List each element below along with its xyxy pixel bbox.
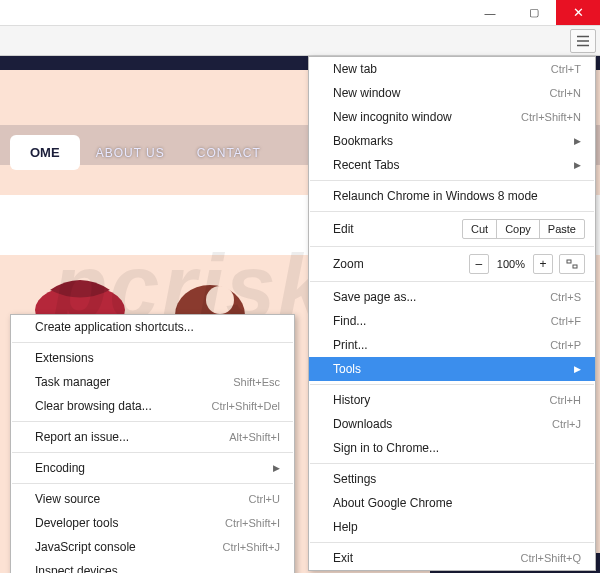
submenu-view-source[interactable]: View sourceCtrl+U: [11, 487, 294, 511]
menu-settings[interactable]: Settings: [309, 467, 595, 491]
submenu-js-console[interactable]: JavaScript consoleCtrl+Shift+J: [11, 535, 294, 559]
submenu-task-manager[interactable]: Task managerShift+Esc: [11, 370, 294, 394]
separator: [310, 246, 594, 247]
menu-zoom-row: Zoom – 100% +: [309, 250, 595, 278]
submenu-developer-tools[interactable]: Developer toolsCtrl+Shift+I: [11, 511, 294, 535]
menu-edit-row: Edit Cut Copy Paste: [309, 215, 595, 243]
toolbar: [0, 26, 600, 56]
menu-tools[interactable]: Tools▶: [309, 357, 595, 381]
menu-new-window[interactable]: New windowCtrl+N: [309, 81, 595, 105]
nav-contact[interactable]: CONTACT: [181, 136, 277, 170]
submenu-clear-data[interactable]: Clear browsing data...Ctrl+Shift+Del: [11, 394, 294, 418]
copy-button[interactable]: Copy: [496, 220, 539, 238]
cut-button[interactable]: Cut: [463, 220, 496, 238]
chevron-right-icon: ▶: [574, 364, 581, 374]
menu-incognito[interactable]: New incognito windowCtrl+Shift+N: [309, 105, 595, 129]
nav-home[interactable]: OME: [10, 135, 80, 170]
menu-history[interactable]: HistoryCtrl+H: [309, 388, 595, 412]
submenu-encoding[interactable]: Encoding▶: [11, 456, 294, 480]
tools-submenu: Create application shortcuts... Extensio…: [10, 314, 295, 573]
menu-find[interactable]: Find...Ctrl+F: [309, 309, 595, 333]
close-button[interactable]: ✕: [556, 0, 600, 25]
zoom-value: 100%: [495, 258, 527, 270]
menu-print[interactable]: Print...Ctrl+P: [309, 333, 595, 357]
fullscreen-button[interactable]: [559, 254, 585, 274]
maximize-button[interactable]: ▢: [512, 0, 556, 25]
separator: [12, 483, 293, 484]
menu-exit[interactable]: ExitCtrl+Shift+Q: [309, 546, 595, 570]
separator: [12, 421, 293, 422]
separator: [310, 384, 594, 385]
menu-relaunch-win8[interactable]: Relaunch Chrome in Windows 8 mode: [309, 184, 595, 208]
nav-about[interactable]: ABOUT US: [80, 136, 181, 170]
svg-rect-6: [567, 260, 571, 263]
menu-downloads[interactable]: DownloadsCtrl+J: [309, 412, 595, 436]
menu-bookmarks[interactable]: Bookmarks▶: [309, 129, 595, 153]
separator: [310, 542, 594, 543]
chevron-right-icon: ▶: [574, 136, 581, 146]
zoom-label: Zoom: [333, 257, 469, 271]
edit-label: Edit: [333, 222, 462, 236]
paste-button[interactable]: Paste: [539, 220, 584, 238]
chevron-right-icon: ▶: [574, 160, 581, 170]
site-nav: OME ABOUT US CONTACT: [0, 135, 277, 170]
submenu-report-issue[interactable]: Report an issue...Alt+Shift+I: [11, 425, 294, 449]
submenu-extensions[interactable]: Extensions: [11, 346, 294, 370]
menu-signin[interactable]: Sign in to Chrome...: [309, 436, 595, 460]
menu-about-chrome[interactable]: About Google Chrome: [309, 491, 595, 515]
chevron-right-icon: ▶: [273, 463, 280, 473]
separator: [12, 342, 293, 343]
submenu-create-shortcuts[interactable]: Create application shortcuts...: [11, 315, 294, 339]
zoom-in-button[interactable]: +: [533, 254, 553, 274]
separator: [310, 281, 594, 282]
chrome-main-menu: New tabCtrl+T New windowCtrl+N New incog…: [308, 56, 596, 571]
menu-new-tab[interactable]: New tabCtrl+T: [309, 57, 595, 81]
svg-point-5: [206, 286, 234, 314]
window-titlebar: — ▢ ✕: [0, 0, 600, 26]
svg-rect-7: [573, 265, 577, 268]
separator: [12, 452, 293, 453]
menu-recent-tabs[interactable]: Recent Tabs▶: [309, 153, 595, 177]
minimize-button[interactable]: —: [468, 0, 512, 25]
menu-help[interactable]: Help: [309, 515, 595, 539]
hamburger-menu-button[interactable]: [570, 29, 596, 53]
separator: [310, 463, 594, 464]
separator: [310, 211, 594, 212]
submenu-inspect-devices[interactable]: Inspect devices: [11, 559, 294, 573]
menu-save-page[interactable]: Save page as...Ctrl+S: [309, 285, 595, 309]
zoom-out-button[interactable]: –: [469, 254, 489, 274]
separator: [310, 180, 594, 181]
